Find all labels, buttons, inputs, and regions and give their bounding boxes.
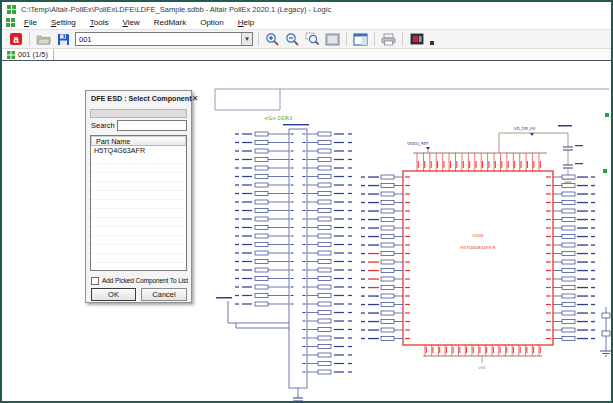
part-list-body[interactable]: H5TQ4G63AFR — [91, 146, 186, 270]
toolbar-separator — [258, 32, 259, 46]
search-label: Search — [91, 121, 115, 130]
menu-view[interactable]: View — [116, 17, 147, 28]
menu-tools[interactable]: Tools — [83, 17, 116, 28]
add-picked-checkbox[interactable] — [91, 277, 99, 285]
svg-text:U204: U204 — [472, 233, 483, 238]
panel-view-icon[interactable] — [352, 31, 369, 48]
svg-text:a: a — [13, 34, 19, 45]
toolbar-overflow[interactable] — [430, 41, 434, 45]
toolbar-separator — [402, 32, 403, 46]
sheet-selector-value: 001 — [76, 35, 241, 44]
menu-bar: FileSettingToolsViewRedMarkOptionHelp — [2, 16, 611, 30]
menu-setting[interactable]: Setting — [44, 17, 83, 28]
tab-label: 001 (1/5) — [18, 50, 48, 59]
svg-text:<G> DDR3: <G> DDR3 — [264, 115, 292, 121]
altair-logo-icon[interactable]: a — [7, 31, 24, 48]
toolbar-separator — [29, 32, 30, 46]
menu-items: FileSettingToolsViewRedMarkOptionHelp — [17, 17, 261, 28]
zoom-fit-icon[interactable] — [324, 31, 341, 48]
chevron-down-icon[interactable]: ▼ — [241, 33, 252, 45]
zoom-window-icon[interactable] — [304, 31, 321, 48]
ok-button[interactable]: OK — [91, 288, 136, 301]
part-list-header[interactable]: Part Name — [91, 136, 186, 146]
part-list[interactable]: Part Name H5TQ4G63AFR — [90, 135, 187, 271]
progress-bar — [90, 109, 187, 118]
app-logo-icon — [6, 18, 15, 27]
document-canvas: <G> DDR3U204H5TQ4G63AFR-RVDDQ_REFVD_DR_H… — [2, 60, 611, 401]
svg-text:VDDQ_REF: VDDQ_REF — [407, 141, 429, 146]
sheet-tab-bar: 001 (1/5) — [2, 49, 611, 60]
dialog-title-bar: DFE ESD : Select Component ✕ — [86, 91, 191, 106]
part-row[interactable]: H5TQ4G63AFR — [91, 146, 186, 155]
menu-redmark[interactable]: RedMark — [147, 17, 193, 28]
open-file-icon[interactable] — [35, 31, 52, 48]
menu-file[interactable]: File — [17, 17, 44, 28]
app-logo-icon — [7, 5, 16, 14]
svg-text:H5TQ4G63AFR-R: H5TQ4G63AFR-R — [460, 245, 495, 250]
zoom-in-icon[interactable] — [264, 31, 281, 48]
window-title: C:\Temp\Altair-PollEx\PollExLDFE\LDFE_Sa… — [21, 5, 331, 14]
select-component-dialog: DFE ESD : Select Component ✕ Search Part… — [85, 90, 192, 303]
tab-sheet-001[interactable]: 001 (1/5) — [2, 49, 54, 60]
svg-text:VSS: VSS — [479, 366, 487, 370]
cancel-button[interactable]: Cancel — [141, 288, 187, 301]
save-icon[interactable] — [55, 31, 72, 48]
menu-option[interactable]: Option — [193, 17, 231, 28]
toolbar-separator — [346, 32, 347, 46]
zoom-out-icon[interactable] — [284, 31, 301, 48]
app-window: C:\Temp\Altair-PollEx\PollExLDFE\LDFE_Sa… — [0, 0, 613, 403]
sheet-selector[interactable]: 001 ▼ — [75, 32, 253, 46]
title-bar: C:\Temp\Altair-PollEx\PollExLDFE\LDFE_Sa… — [2, 2, 611, 16]
main-toolbar: a 001 ▼ — [2, 30, 611, 49]
menu-help[interactable]: Help — [231, 17, 261, 28]
add-picked-checkbox-label: Add Picked Component To List — [102, 277, 188, 284]
search-input[interactable] — [117, 120, 187, 131]
close-icon[interactable]: ✕ — [192, 92, 199, 105]
svg-text:VD_DR_HV: VD_DR_HV — [514, 126, 536, 131]
display-icon[interactable] — [408, 31, 425, 48]
print-icon[interactable] — [380, 31, 397, 48]
dialog-title: DFE ESD : Select Component — [86, 94, 192, 103]
sheet-icon — [7, 51, 15, 59]
toolbar-separator — [374, 32, 375, 46]
